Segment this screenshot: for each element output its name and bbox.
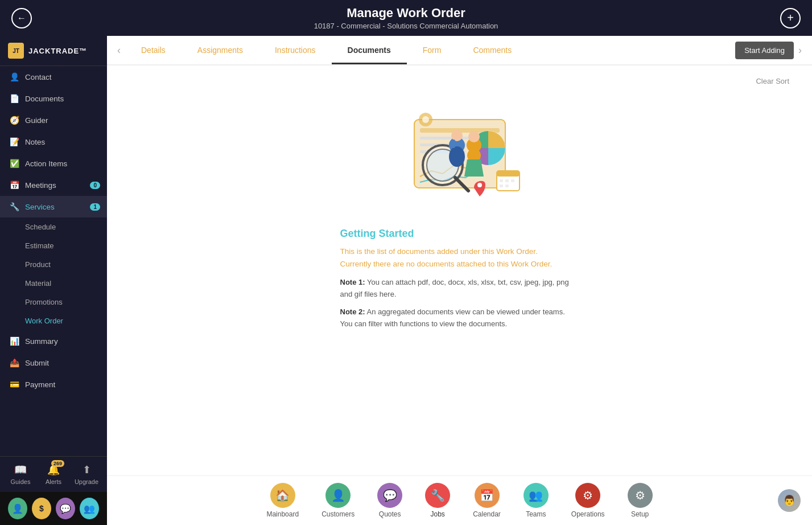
back-button[interactable]: ← <box>11 8 32 28</box>
svg-rect-18 <box>497 171 520 177</box>
start-adding-button[interactable]: Start Adding <box>735 42 794 59</box>
sidebar-item-services[interactable]: 🔧 Services 1 <box>0 196 107 218</box>
nav-quotes[interactable]: 💬 Quotes <box>366 481 414 520</box>
tab-prev-button[interactable]: ‹ <box>113 36 125 64</box>
services-icon: 🔧 <box>9 202 19 211</box>
sidebar-item-documents[interactable]: 📄 Documents <box>0 88 107 109</box>
tab-assignments[interactable]: Assignments <box>182 38 259 63</box>
guider-icon: 🧭 <box>9 116 19 125</box>
sidebar-sub-estimate[interactable]: Estimate <box>0 236 107 255</box>
customers-icon: 👤 <box>325 483 351 508</box>
sidebar-label-services: Services <box>25 203 55 211</box>
tab-comments[interactable]: Comments <box>457 38 527 63</box>
page-subtitle: 10187 - Commercial - Solutions Commercia… <box>34 22 778 30</box>
sidebar-sub-label-material: Material <box>25 279 51 288</box>
summary-icon: 📊 <box>9 337 19 346</box>
sidebar-label-notes: Notes <box>25 138 45 146</box>
sidebar-sub-schedule[interactable]: Schedule <box>0 218 107 236</box>
sidebar-label-meetings: Meetings <box>25 181 56 190</box>
user-avatar[interactable]: 👨 <box>778 489 801 512</box>
nav-teams[interactable]: 👥 Teams <box>512 481 560 520</box>
customers-label: Customers <box>321 510 355 518</box>
user-icon-chat[interactable]: 💬 <box>56 498 75 519</box>
note2-text: An aggregated documents view can be view… <box>340 307 565 328</box>
tab-instructions[interactable]: Instructions <box>259 38 332 63</box>
page-title: Manage Work Order <box>34 6 778 20</box>
sidebar-item-contact[interactable]: 👤 Contact <box>0 66 107 88</box>
add-button[interactable]: + <box>780 8 801 28</box>
calendar-icon: 📅 <box>475 483 500 508</box>
svg-rect-20 <box>505 179 509 182</box>
sidebar-item-payment[interactable]: 💳 Payment <box>0 374 107 395</box>
svg-point-26 <box>422 116 429 123</box>
svg-point-16 <box>468 131 480 142</box>
upgrade-button[interactable]: ⬆ Upgrade <box>73 464 100 485</box>
svg-point-10 <box>449 146 465 167</box>
tab-next-button[interactable]: › <box>794 36 806 64</box>
svg-rect-2 <box>420 137 477 140</box>
getting-started-box: Getting Started This is the list of docu… <box>340 228 579 335</box>
note1: Note 1: You can attach pdf, doc, docx, x… <box>340 277 579 301</box>
sidebar-sub-promotions[interactable]: Promotions <box>0 293 107 311</box>
sidebar-label-documents: Documents <box>25 95 64 103</box>
sidebar-item-summary[interactable]: 📊 Summary <box>0 330 107 352</box>
svg-rect-12 <box>451 140 455 148</box>
sidebar-item-guider[interactable]: 🧭 Guider <box>0 109 107 131</box>
services-badge: 1 <box>90 203 100 211</box>
note2: Note 2: An aggregated documents view can… <box>340 306 579 330</box>
logo-text: JACKTRADE™ <box>28 47 87 55</box>
jobs-label: Jobs <box>430 510 444 518</box>
clear-sort-button[interactable]: Clear Sort <box>130 77 789 85</box>
sidebar-sub-product[interactable]: Product <box>0 255 107 274</box>
illustration <box>386 102 534 216</box>
upgrade-icon: ⬆ <box>83 464 91 476</box>
nav-jobs[interactable]: 🔧 Jobs <box>414 481 461 520</box>
sidebar-item-action-items[interactable]: ✅ Action Items <box>0 153 107 174</box>
alerts-button[interactable]: 🔔 269 Alerts <box>40 464 67 485</box>
nav-setup[interactable]: ⚙ Setup <box>616 481 664 520</box>
meetings-badge: 0 <box>90 182 100 189</box>
getting-started-text: This is the list of documents added unde… <box>340 245 579 270</box>
tab-details[interactable]: Details <box>125 38 182 63</box>
nav-customers[interactable]: 👤 Customers <box>310 481 366 520</box>
sidebar-label-guider: Guider <box>25 116 48 125</box>
action-items-icon: ✅ <box>9 159 19 168</box>
nav-mainboard[interactable]: 🏠 Mainboard <box>255 481 310 520</box>
sidebar-user-icons: 👤 $ 💬 👥 <box>0 492 107 525</box>
user-icon-dollar[interactable]: $ <box>32 498 51 519</box>
user-icon-group[interactable]: 👥 <box>80 498 99 519</box>
operations-label: Operations <box>571 510 605 518</box>
sidebar-item-meetings[interactable]: 📅 Meetings 0 <box>0 174 107 196</box>
sidebar-sub-material[interactable]: Material <box>0 274 107 293</box>
svg-rect-22 <box>500 184 503 187</box>
user-icon-person[interactable]: 👤 <box>8 498 27 519</box>
payment-icon: 💳 <box>9 380 19 389</box>
jobs-icon: 🔧 <box>425 483 450 508</box>
setup-icon: ⚙ <box>628 483 653 508</box>
sidebar-item-notes[interactable]: 📝 Notes <box>0 131 107 153</box>
upgrade-label: Upgrade <box>75 478 98 485</box>
sidebar-sub-label-product: Product <box>25 260 51 269</box>
note1-text: You can attach pdf, doc, docx, xls, xlsx… <box>340 278 569 298</box>
avatar-image: 👨 <box>778 489 801 512</box>
documents-icon: 📄 <box>9 94 19 103</box>
bottom-nav: 🏠 Mainboard 👤 Customers 💬 Quotes 🔧 Jobs … <box>107 475 812 525</box>
setup-label: Setup <box>631 510 649 518</box>
meetings-icon: 📅 <box>9 181 19 190</box>
tab-form[interactable]: Form <box>407 38 457 63</box>
teams-icon: 👥 <box>524 483 549 508</box>
sidebar-sub-work-order[interactable]: Work Order <box>0 311 107 330</box>
sidebar-item-submit[interactable]: 📤 Submit <box>0 352 107 374</box>
sidebar-sub-label-schedule: Schedule <box>25 223 56 231</box>
sidebar-logo: JT JACKTRADE™ <box>0 36 107 66</box>
top-header: ← Manage Work Order 10187 - Commercial -… <box>0 0 812 36</box>
nav-operations[interactable]: ⚙ Operations <box>560 481 616 520</box>
submit-icon: 📤 <box>9 358 19 367</box>
mainboard-icon: 🏠 <box>270 483 295 508</box>
nav-calendar[interactable]: 📅 Calendar <box>461 481 512 520</box>
guides-button[interactable]: 📖 Guides <box>7 464 34 485</box>
quotes-icon: 💬 <box>377 483 402 508</box>
svg-point-24 <box>477 183 482 187</box>
quotes-label: Quotes <box>379 510 401 518</box>
tab-documents[interactable]: Documents <box>332 38 407 64</box>
